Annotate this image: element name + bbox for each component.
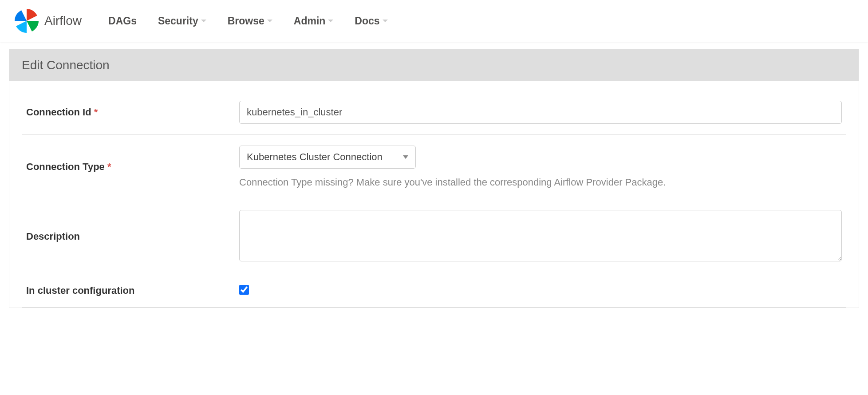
label-connection-id: Connection Id * (22, 90, 235, 135)
chevron-down-icon (328, 20, 333, 22)
nav-label: Security (158, 15, 198, 27)
nav-menu: DAGs Security Browse Admin Docs (108, 15, 388, 27)
nav-item-browse[interactable]: Browse (228, 15, 272, 27)
label-text: Connection Type (26, 161, 105, 172)
nav-label: Browse (228, 15, 264, 27)
panel-title: Edit Connection (22, 58, 846, 72)
connection-type-select[interactable]: Kubernetes Cluster Connection (239, 146, 416, 169)
panel-header: Edit Connection (9, 49, 859, 81)
nav-item-security[interactable]: Security (158, 15, 206, 27)
label-description: Description (22, 199, 235, 274)
label-in-cluster: In cluster configuration (22, 274, 235, 308)
navbar: Airflow DAGs Security Browse Admin Docs (0, 0, 868, 42)
required-marker: * (94, 107, 98, 118)
connection-type-help: Connection Type missing? Make sure you'v… (239, 177, 842, 188)
content: Edit Connection Connection Id * Connecti… (0, 49, 868, 308)
edit-connection-panel: Edit Connection Connection Id * Connecti… (9, 49, 859, 308)
nav-label: Admin (294, 15, 326, 27)
navbar-brand[interactable]: Airflow (13, 8, 82, 34)
chevron-down-icon (201, 20, 206, 22)
select-value: Kubernetes Cluster Connection (247, 151, 383, 162)
airflow-logo-icon (13, 8, 40, 34)
chevron-down-icon (383, 20, 388, 22)
chevron-down-icon (403, 155, 408, 159)
form-table: Connection Id * Connection Type * (22, 90, 846, 308)
label-text: Description (26, 231, 80, 242)
label-text: Connection Id (26, 107, 91, 118)
row-in-cluster: In cluster configuration (22, 274, 846, 308)
row-connection-type: Connection Type * Kubernetes Cluster Con… (22, 135, 846, 199)
brand-text: Airflow (44, 14, 82, 28)
description-input[interactable] (239, 210, 842, 261)
panel-body: Connection Id * Connection Type * (9, 81, 859, 308)
nav-item-admin[interactable]: Admin (294, 15, 334, 27)
nav-label: DAGs (108, 15, 137, 27)
label-text: In cluster configuration (26, 285, 134, 296)
in-cluster-checkbox[interactable] (239, 285, 249, 295)
label-connection-type: Connection Type * (22, 135, 235, 199)
row-description: Description (22, 199, 846, 274)
nav-item-docs[interactable]: Docs (355, 15, 387, 27)
nav-item-dags[interactable]: DAGs (108, 15, 137, 27)
required-marker: * (107, 161, 111, 172)
nav-label: Docs (355, 15, 379, 27)
chevron-down-icon (267, 20, 272, 22)
row-connection-id: Connection Id * (22, 90, 846, 135)
connection-id-input[interactable] (239, 101, 842, 124)
